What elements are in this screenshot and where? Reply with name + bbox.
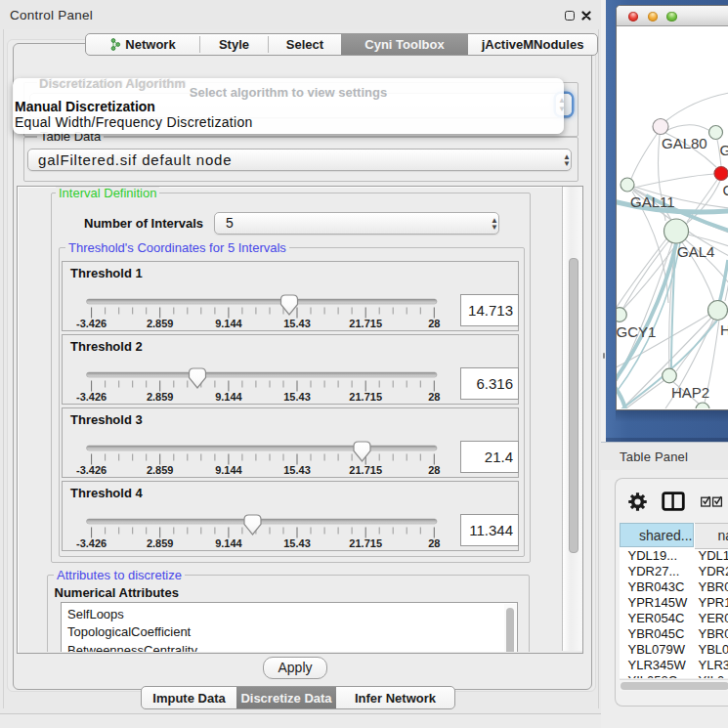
svg-text:9.144: 9.144 bbox=[215, 537, 242, 549]
svg-text:2.859: 2.859 bbox=[147, 464, 174, 476]
svg-text:15.43: 15.43 bbox=[283, 391, 311, 403]
svg-text:15.43: 15.43 bbox=[283, 537, 311, 549]
svg-text:28: 28 bbox=[428, 318, 440, 329]
svg-text:9.144: 9.144 bbox=[215, 391, 242, 403]
svg-text:9.144: 9.144 bbox=[215, 464, 242, 476]
svg-text:28: 28 bbox=[428, 537, 440, 549]
svg-text:21.715: 21.715 bbox=[349, 318, 382, 329]
svg-text:-3.426: -3.426 bbox=[76, 464, 107, 476]
svg-text:15.43: 15.43 bbox=[283, 318, 311, 329]
svg-text:21.715: 21.715 bbox=[349, 537, 382, 549]
svg-text:2.859: 2.859 bbox=[147, 537, 174, 549]
svg-text:-3.426: -3.426 bbox=[76, 391, 107, 403]
svg-text:-3.426: -3.426 bbox=[76, 318, 107, 329]
svg-text:GA: GA bbox=[720, 142, 728, 158]
svg-text:HA: HA bbox=[720, 321, 728, 338]
svg-text:21.715: 21.715 bbox=[349, 464, 382, 476]
svg-text:GCY1: GCY1 bbox=[617, 323, 656, 340]
svg-text:CY: CY bbox=[723, 182, 728, 198]
svg-text:GAL11: GAL11 bbox=[630, 193, 675, 210]
svg-text:9.144: 9.144 bbox=[215, 318, 242, 329]
svg-text:21.715: 21.715 bbox=[349, 391, 382, 403]
svg-text:-3.426: -3.426 bbox=[76, 537, 107, 549]
svg-text:15.43: 15.43 bbox=[283, 464, 311, 476]
svg-text:2.859: 2.859 bbox=[147, 391, 174, 403]
svg-text:2.859: 2.859 bbox=[147, 318, 174, 329]
svg-text:28: 28 bbox=[428, 391, 440, 403]
svg-text:HAP2: HAP2 bbox=[671, 384, 709, 401]
svg-text:28: 28 bbox=[428, 464, 440, 476]
svg-text:GAL80: GAL80 bbox=[662, 135, 707, 151]
svg-text:GAL4: GAL4 bbox=[677, 243, 714, 260]
